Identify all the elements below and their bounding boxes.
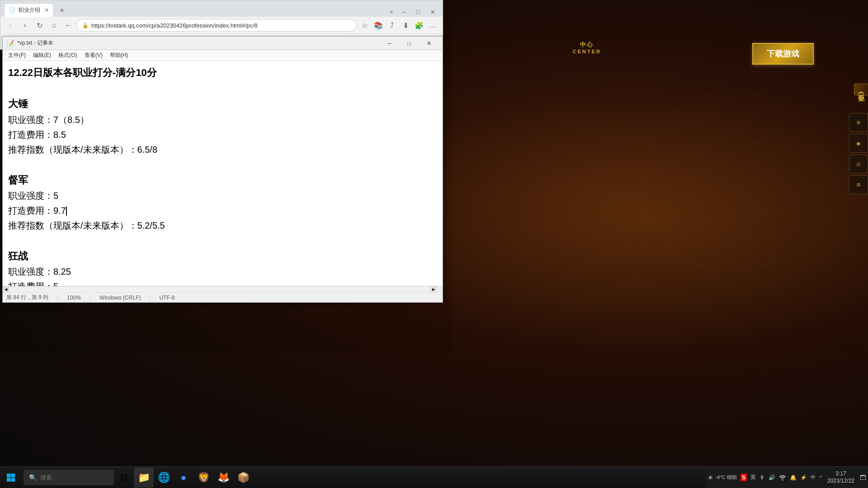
- browser-window-top: 📄 职业介绍 ✕ + ≡ ─ □ ✕ ‹ › ↻ ⌂ ← 🔒 https://l…: [0, 0, 443, 37]
- network-icon[interactable]: [777, 467, 788, 488]
- taskbar-app-firefox[interactable]: 🦊: [213, 468, 233, 488]
- game-ui: 中心 CENTER 下载游戏 《职业 ⚙ ◉ ◎ ⚙: [443, 0, 868, 352]
- notification-icon[interactable]: 🔔: [788, 467, 798, 488]
- notepad-menu-edit[interactable]: 编辑(E): [29, 51, 55, 60]
- content-line-5: 打造费用：8.5: [8, 127, 437, 142]
- system-clock[interactable]: 3:17 2023/12/22: [824, 470, 858, 484]
- battery-indicator: ⚡: [800, 474, 807, 481]
- system-tray: ☀ -4°C 晴朗 S 英 🎙 🔊 🔔 ⚡: [706, 467, 868, 488]
- content-line-15: 打造费用：5: [8, 279, 437, 286]
- notification-center-btn[interactable]: 🗔: [858, 467, 868, 488]
- lang-text: 英: [750, 474, 756, 481]
- game-side-nav: ⚙ ◉ ◎ ⚙: [845, 113, 868, 194]
- notepad-minimize-button[interactable]: ─: [379, 37, 399, 50]
- browser-refresh-btn[interactable]: ↻: [33, 19, 46, 32]
- taskbar-app-chrome[interactable]: ●: [174, 468, 193, 488]
- profession-side-button[interactable]: 《职业: [854, 84, 868, 95]
- input-method-icon[interactable]: S: [739, 467, 749, 488]
- taskbar-pinned-apps: ⧉ 📁 🌐 ● 🦁 🦊 📦: [114, 468, 253, 488]
- weather-widget[interactable]: ☀ -4°C 晴朗: [706, 467, 738, 488]
- notepad-hscroll-left-btn[interactable]: ◀: [3, 286, 9, 293]
- taskbar-app-fileexplorer[interactable]: 📁: [134, 468, 154, 488]
- notepad-title: *vp.txt - 记事本: [17, 39, 376, 47]
- taskbar-app-edge[interactable]: 🌐: [154, 468, 174, 488]
- show-hidden-icons[interactable]: ^: [817, 467, 824, 488]
- download-game-button[interactable]: 下载游戏: [752, 43, 814, 65]
- content-line-8: 督军: [8, 172, 437, 188]
- taskbar-app-brave[interactable]: 🦁: [193, 468, 213, 488]
- chevron-up-icon: ^: [819, 474, 822, 481]
- taskbar-search-box[interactable]: 🔍: [24, 470, 114, 485]
- ime-zh-indicator[interactable]: 中: [809, 467, 817, 488]
- svg-rect-1: [11, 474, 15, 478]
- game-side-btn-4[interactable]: ⚙: [849, 175, 868, 194]
- center-label-en: CENTER: [573, 49, 601, 54]
- content-line-10: 打造费用：9.7: [8, 203, 437, 218]
- browser-extension-btn[interactable]: 🧩: [413, 19, 425, 32]
- content-line-9: 职业强度：5: [8, 188, 437, 203]
- browser-toolbar: ‹ › ↻ ⌂ ← 🔒 https://lostark.qq.com/cp/a2…: [0, 17, 443, 34]
- systray-icons-group: S 英 🎙 🔊 🔔 ⚡ 中: [739, 467, 818, 488]
- browser-url-text: https://lostark.qq.com/cp/a20230426profe…: [91, 22, 351, 29]
- volume-icon[interactable]: 🔊: [767, 467, 777, 488]
- game-center-label: 中心 CENTER: [573, 41, 601, 54]
- browser-tab-close-btn[interactable]: ✕: [45, 7, 49, 13]
- weather-icon: ☀: [708, 474, 713, 481]
- browser-settings-icon[interactable]: ≡: [387, 8, 396, 15]
- browser-home-btn[interactable]: ⌂: [47, 19, 60, 32]
- browser-address-bar[interactable]: 🔒 https://lostark.qq.com/cp/a20230426pro…: [76, 19, 357, 32]
- notepad-text-area[interactable]: 12.22日版本各职业打分-满分10分 大锤 职业强度：7（8.5） 打造费用：…: [3, 61, 443, 286]
- content-line-1: 12.22日版本各职业打分-满分10分: [8, 65, 437, 81]
- browser-new-tab-btn[interactable]: +: [56, 4, 68, 17]
- browser-star-btn[interactable]: ☆: [359, 19, 371, 32]
- browser-maximize-btn[interactable]: □: [412, 7, 425, 17]
- notepad-scroll-corner: [436, 286, 443, 293]
- game-side-btn-1[interactable]: ⚙: [849, 113, 868, 132]
- browser-action-buttons: ☆ 📚 ⤴ ⬇ 🧩 …: [359, 19, 439, 32]
- svg-rect-3: [11, 478, 15, 482]
- browser-prev-btn[interactable]: ←: [62, 19, 75, 32]
- browser-forward-btn[interactable]: ›: [19, 19, 31, 32]
- notepad-menu-format[interactable]: 格式(O): [55, 51, 80, 60]
- statusbar-encoding: UTF-8: [159, 295, 175, 301]
- notepad-window-controls: ─ □ ✕: [379, 37, 439, 50]
- game-side-btn-3[interactable]: ◎: [849, 155, 868, 174]
- notepad-menu-help[interactable]: 帮助(H): [106, 51, 132, 60]
- taskbar-app-unknown[interactable]: 📦: [233, 468, 253, 488]
- firefox-icon: 🦊: [217, 472, 230, 483]
- windows-logo-icon: [6, 473, 15, 482]
- svg-point-4: [782, 479, 783, 480]
- notepad-close-button[interactable]: ✕: [419, 37, 439, 50]
- language-indicator[interactable]: 英: [749, 467, 758, 488]
- microphone-icon[interactable]: 🎙: [758, 467, 767, 488]
- notification-bell-icon: 🗔: [860, 474, 866, 481]
- browser-more-btn[interactable]: …: [426, 19, 439, 32]
- statusbar-sep-1: [57, 295, 58, 301]
- browser-download-icon[interactable]: ⬇: [399, 19, 412, 32]
- start-button[interactable]: [0, 467, 22, 488]
- game-side-btn-2[interactable]: ◉: [849, 134, 868, 153]
- browser-tab-favicon: 📄: [9, 7, 16, 14]
- notepad-bottom-row: ◀ ▶: [3, 286, 443, 292]
- notepad-menu-file[interactable]: 文件(F): [5, 51, 29, 60]
- browser-close-btn[interactable]: ✕: [426, 7, 439, 17]
- content-line-6: 推荐指数（现版本/未来版本）：6.5/8: [8, 142, 437, 157]
- task-view-icon: ⧉: [120, 472, 127, 483]
- battery-icon[interactable]: ⚡: [798, 467, 809, 488]
- browser-tab-active[interactable]: 📄 职业介绍 ✕: [4, 3, 54, 17]
- browser-back-btn[interactable]: ‹: [4, 19, 17, 32]
- taskbar-search-input[interactable]: [40, 474, 94, 481]
- notepad-app-icon: 📝: [6, 40, 14, 47]
- browser-lock-icon: 🔒: [82, 22, 89, 28]
- browser-minimize-btn[interactable]: ─: [397, 7, 410, 17]
- notepad-titlebar: 📝 *vp.txt - 记事本 ─ □ ✕: [3, 37, 443, 50]
- taskbar-app-taskview[interactable]: ⧉: [114, 468, 134, 488]
- browser-collections-btn[interactable]: 📚: [372, 19, 385, 32]
- content-blank-1: [8, 81, 437, 96]
- notepad-hscroll-area[interactable]: ◀ ▶: [3, 286, 436, 292]
- notepad-maximize-button[interactable]: □: [399, 37, 419, 50]
- notepad-hscroll-right-btn[interactable]: ▶: [430, 286, 436, 293]
- content-blank-3: [8, 233, 437, 248]
- notepad-menu-view[interactable]: 查看(V): [81, 51, 106, 60]
- browser-share-btn[interactable]: ⤴: [386, 19, 398, 32]
